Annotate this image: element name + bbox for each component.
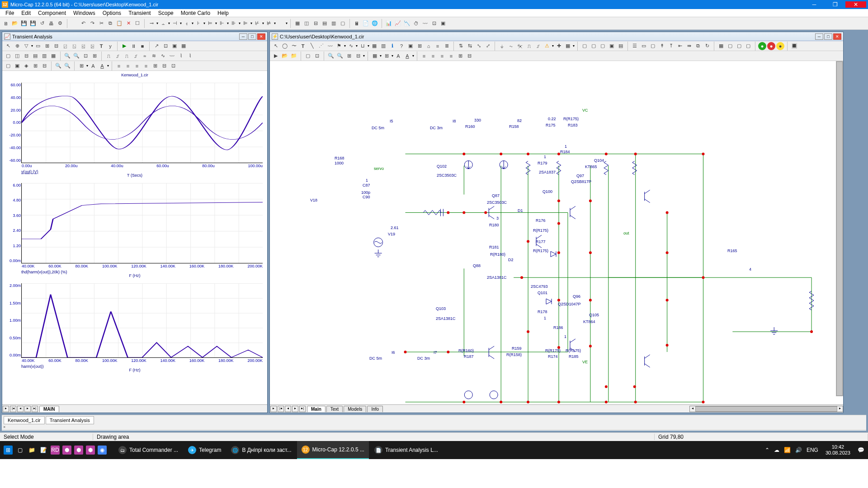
selectall-icon[interactable]: ☐ <box>133 19 142 28</box>
font-icon[interactable]: A <box>89 62 97 70</box>
plot2[interactable]: 6.004.803.602.401.200.00m 40.00K60.00K80… <box>21 183 263 263</box>
comp5-icon[interactable]: ⊦ <box>194 19 203 28</box>
delete-icon[interactable]: ✕ <box>124 19 132 28</box>
T-icon[interactable]: T <box>299 42 307 50</box>
comp2-icon[interactable]: ⫠ <box>159 19 167 28</box>
p6-icon[interactable]: ⍄ <box>88 42 96 50</box>
taskbar-notepad-icon[interactable]: 📝 <box>39 446 48 455</box>
t2-6-icon[interactable]: 🔍 <box>327 52 335 60</box>
gr-icon[interactable]: ▦ <box>370 42 378 50</box>
menu-help[interactable]: Help <box>214 10 232 16</box>
e4-icon[interactable]: ↟ <box>658 42 666 50</box>
taskbar-clock[interactable]: 10:4230.08.2023 <box>822 444 854 456</box>
s1-icon[interactable]: ▣ <box>170 42 179 50</box>
err-icon[interactable]: ● <box>767 42 775 50</box>
comp9-icon[interactable]: ⊫ <box>241 19 250 28</box>
tabnav-first-icon[interactable]: ▸ <box>3 406 9 412</box>
right-tab-models[interactable]: Models <box>344 406 366 412</box>
al7-icon[interactable]: ⊡ <box>169 62 177 70</box>
t2f-icon[interactable]: ▦ <box>49 52 57 60</box>
print-icon[interactable]: 🖶 <box>47 19 55 28</box>
comp1-icon[interactable]: ⊸ <box>147 19 156 28</box>
pan-icon[interactable]: ⊕ <box>13 42 21 50</box>
t2-al4-icon[interactable]: ≡ <box>447 52 455 60</box>
tabnav-back-icon[interactable]: ◂ <box>17 406 24 412</box>
save-icon[interactable]: 💾 <box>20 19 28 28</box>
comp8-icon[interactable]: ⊪ <box>230 19 238 28</box>
mdi-close-icon[interactable]: ✕ <box>257 33 265 40</box>
taskbar-app-microcap[interactable]: 12Micro-Cap 12.2.0.5 ... <box>297 441 369 459</box>
t2-3-icon[interactable]: 📁 <box>290 52 298 60</box>
right-tab-text[interactable]: Text <box>326 406 343 412</box>
c6-icon[interactable]: ≋ <box>150 52 158 60</box>
e7-icon[interactable]: ⇛ <box>685 42 693 50</box>
comp11-icon[interactable]: ⊭ <box>265 19 273 28</box>
tray-icon-3[interactable]: 🔊 <box>795 447 802 453</box>
f1-icon[interactable]: ▦ <box>717 42 725 50</box>
a7-icon[interactable]: ▣ <box>439 19 447 28</box>
t3c-icon[interactable]: ◈ <box>22 62 30 70</box>
schematic-titlebar[interactable]: ⚡ C:\Users\user\Desktop\Kenwood_1.cir ─ … <box>270 32 843 41</box>
mdi-max2-icon[interactable]: □ <box>824 33 832 40</box>
setup-icon[interactable]: ⚙ <box>56 19 64 28</box>
close-button[interactable]: ✕ <box>845 1 866 8</box>
f2-icon[interactable]: ▢ <box>726 42 734 50</box>
tabnav2-fwd-icon[interactable]: ▸ <box>292 406 298 412</box>
t2b-icon[interactable]: ◫ <box>13 52 21 60</box>
right-tab-info[interactable]: Info <box>367 406 383 412</box>
e2-icon[interactable]: ▭ <box>640 42 648 50</box>
ok-icon[interactable]: ● <box>758 42 766 50</box>
t2-10-icon[interactable]: ▦ <box>371 52 379 60</box>
a6-icon[interactable]: ⊡ <box>430 19 438 28</box>
s1-icon2[interactable]: ⇅ <box>457 42 465 50</box>
taskbar-notif-icon[interactable]: 💬 <box>854 441 868 459</box>
t2-8-icon[interactable]: ⊞ <box>345 52 353 60</box>
t2-11-icon[interactable]: ⊞ <box>382 52 391 60</box>
mdi-min2-icon[interactable]: ─ <box>815 33 823 40</box>
al1-icon[interactable]: ≡ <box>115 62 123 70</box>
t3b-icon[interactable]: ▣ <box>13 62 21 70</box>
p1-icon[interactable]: ⊞ <box>43 42 51 50</box>
d3-icon[interactable]: ▢ <box>599 42 607 50</box>
y-icon[interactable]: y <box>106 42 114 50</box>
al5-icon[interactable]: ⊞ <box>151 62 159 70</box>
t2d-icon[interactable]: ▤ <box>31 52 39 60</box>
t2-al3-icon[interactable]: ≡ <box>438 52 446 60</box>
taskbar-app-totalcmd[interactable]: 🗂Total Commander ... <box>114 441 183 459</box>
p5-icon[interactable]: ⍃ <box>79 42 87 50</box>
tri-icon[interactable]: ▽ <box>22 42 30 50</box>
taskbar-ide2-icon[interactable]: ⬢ <box>74 446 83 455</box>
lock-icon[interactable]: 🔳 <box>790 42 798 50</box>
p4-icon[interactable]: ⍂ <box>70 42 78 50</box>
maximize-button[interactable]: ❐ <box>825 1 845 8</box>
help-icon[interactable]: 📄 <box>362 19 370 28</box>
menu-windows[interactable]: Windows <box>70 10 99 16</box>
t2e-icon[interactable]: ▥ <box>40 52 48 60</box>
c3-icon[interactable]: ⎍ <box>123 52 131 60</box>
win4-icon[interactable]: ▤ <box>321 19 329 28</box>
menu-montecarlo[interactable]: Monte Carlo <box>177 10 214 16</box>
t2-al6-icon[interactable]: ⊟ <box>465 52 473 60</box>
d5-icon[interactable]: ▤ <box>617 42 625 50</box>
schematic-canvas[interactable]: R1681000servo1C87100pC90V18Q1022SC3503CI… <box>270 61 843 404</box>
taskbar-start-icon[interactable]: ⊞ <box>4 446 13 455</box>
zout-icon[interactable]: 🔍 <box>72 52 80 60</box>
win1-icon[interactable]: ▦ <box>293 19 302 28</box>
sc2-icon[interactable]: ⏦ <box>507 42 515 50</box>
a3-icon[interactable]: 📉 <box>403 19 411 28</box>
wire2-icon[interactable]: ⋰ <box>317 42 325 50</box>
tabnav2-back-icon[interactable]: ◂ <box>285 406 291 412</box>
a2-icon[interactable]: 📈 <box>394 19 402 28</box>
t2a-icon[interactable]: ▢ <box>4 52 12 60</box>
select-icon[interactable]: ↖ <box>4 42 12 50</box>
transient-window-titlebar[interactable]: 📈 Transient Analysis ─ □ ✕ <box>2 32 267 41</box>
t2-al5-icon[interactable]: ⊞ <box>456 52 464 60</box>
comp6-icon[interactable]: ⊨ <box>206 19 214 28</box>
taskbar-ide1-icon[interactable]: ⬢ <box>62 446 71 455</box>
sgr-icon[interactable]: ▦ <box>564 42 572 50</box>
wave-icon[interactable]: 〜 <box>290 42 298 50</box>
e3-icon[interactable]: ▢ <box>649 42 657 50</box>
prop-icon[interactable]: ↗ <box>152 42 160 50</box>
sp-icon[interactable]: ⊞ <box>415 42 424 50</box>
po-icon[interactable]: ▣ <box>406 42 415 50</box>
